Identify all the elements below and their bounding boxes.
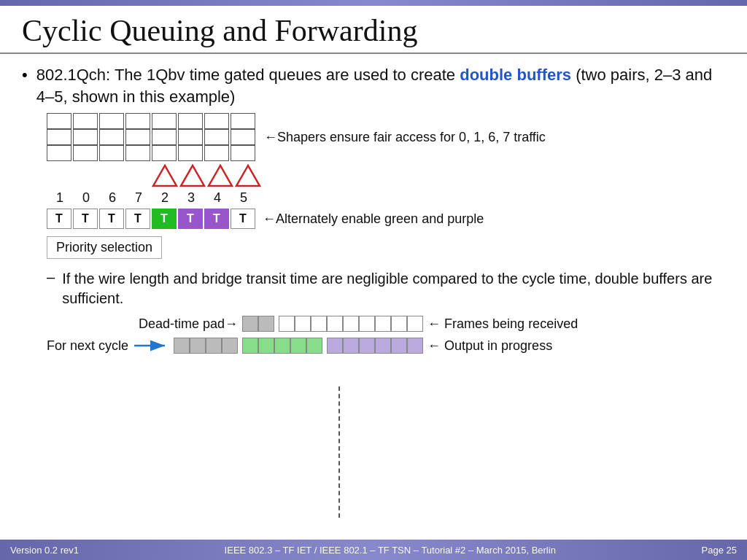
nc-purple-cell [359, 338, 375, 354]
frames-label: ← Frames being received [427, 316, 578, 332]
bullet-highlight: double buffers [460, 66, 571, 84]
grid-col-4 [125, 113, 150, 161]
bullet-text: 802.1Qch: The 1Qbv time gated queues are… [36, 64, 725, 107]
svg-marker-2 [209, 166, 232, 186]
next-cycle-green-cells [242, 338, 322, 354]
triangles-svg [152, 164, 263, 189]
nc-gray-cell [206, 338, 222, 354]
grid-cell [231, 129, 255, 145]
col-label-7: 4 [204, 190, 231, 206]
grid-cell [125, 129, 150, 145]
grid-cell [204, 113, 229, 129]
grid-col-2 [73, 113, 98, 161]
grid-cell [73, 145, 98, 161]
footer-page: Page 25 [702, 545, 737, 556]
nc-gray-cell [190, 338, 206, 354]
svg-marker-0 [153, 166, 177, 186]
col-label-6: 3 [178, 190, 204, 206]
grid-cell [152, 113, 177, 129]
next-cycle-arrow [133, 338, 169, 353]
frame-cell [343, 316, 359, 332]
grid-cell [152, 145, 177, 161]
next-cycle-purple-cells [327, 338, 423, 354]
grid-cell [152, 129, 177, 145]
grid-col-5 [152, 113, 177, 161]
grid-cell [125, 113, 150, 129]
t-box-3: T [99, 209, 124, 229]
nc-green-cell [242, 338, 258, 354]
t-box-7: T [204, 209, 229, 229]
dead-time-cell-gray2 [258, 316, 274, 332]
nc-purple-cell [391, 338, 407, 354]
t-box-8: T [231, 209, 255, 229]
nc-purple-cell [375, 338, 391, 354]
dead-time-label: Dead-time pad→ [139, 316, 238, 332]
grid-col-8 [231, 113, 255, 161]
header-bar [0, 0, 747, 6]
col-label-3: 6 [99, 190, 125, 206]
footer-version: Version 0.2 rev1 [10, 545, 79, 556]
slide-title: Cyclic Queuing and Forwarding [22, 13, 725, 48]
grid-col-1 [47, 113, 71, 161]
grid-cell [73, 113, 98, 129]
t-box-6: T [178, 209, 203, 229]
sub-text: If the wire length and bridge transit ti… [62, 269, 725, 308]
grid-cell [178, 129, 203, 145]
col-labels: 1 0 6 7 2 3 4 5 [47, 190, 725, 206]
t-box-4: T [125, 209, 150, 229]
grid-cell [99, 113, 124, 129]
nc-purple-cell [343, 338, 359, 354]
priority-selection-wrapper: Priority selection [47, 233, 725, 259]
nc-green-cell [290, 338, 306, 354]
grid-cell [204, 145, 229, 161]
nc-green-cell [306, 338, 322, 354]
frame-cell [375, 316, 391, 332]
triangles-area [47, 164, 725, 189]
svg-marker-3 [236, 166, 260, 186]
main-content: • 802.1Qch: The 1Qbv time gated queues a… [0, 54, 747, 354]
nc-purple-cell [407, 338, 423, 354]
next-cycle-row: For next cycle [47, 338, 725, 354]
diagram-area: ←Shapers ensure fair access for 0, 1, 6,… [47, 113, 725, 259]
grid-cell [73, 129, 98, 145]
grid-col-6 [178, 113, 203, 161]
footer-center: IEEE 802.3 – TF IET / IEEE 802.1 – TF TS… [225, 545, 556, 556]
grid-cell [178, 145, 203, 161]
svg-marker-1 [181, 166, 204, 186]
grid-cell [47, 113, 71, 129]
output-in-progress-label: ← Output in progress [427, 338, 552, 354]
bullet-dot: • [22, 66, 28, 85]
dead-time-cells [242, 316, 274, 332]
grid-cell [47, 129, 71, 145]
col-label-2: 0 [73, 190, 99, 206]
frame-cell [311, 316, 327, 332]
next-cycle-label: For next cycle [47, 338, 128, 354]
grid-cell [47, 145, 71, 161]
nc-purple-cell [327, 338, 343, 354]
frames-cells [279, 316, 423, 332]
footer: Version 0.2 rev1 IEEE 802.3 – TF IET / I… [0, 540, 747, 560]
grid-columns: ←Shapers ensure fair access for 0, 1, 6,… [47, 113, 725, 161]
priority-selection-label: Priority selection [56, 240, 152, 254]
bullet-point: • 802.1Qch: The 1Qbv time gated queues a… [22, 64, 725, 107]
t-box-5: T [152, 209, 177, 229]
grid-cell [125, 145, 150, 161]
frame-cell [327, 316, 343, 332]
col-label-1: 1 [47, 190, 73, 206]
t-boxes-row: T T T T T T T T ←Alternately enable gree… [47, 209, 725, 229]
grid-cell [204, 129, 229, 145]
t-box-1: T [47, 209, 71, 229]
frame-cell [359, 316, 375, 332]
shaper-label: ←Shapers ensure fair access for 0, 1, 6,… [264, 130, 546, 145]
nc-green-cell [274, 338, 290, 354]
dead-time-cell-gray [242, 316, 258, 332]
grid-col-3 [99, 113, 124, 161]
col-label-4: 7 [125, 190, 152, 206]
frame-cell [279, 316, 295, 332]
title-area: Cyclic Queuing and Forwarding [0, 6, 747, 54]
nc-gray-cell [174, 338, 190, 354]
frame-cell [407, 316, 423, 332]
frame-cell [391, 316, 407, 332]
col-label-8: 5 [231, 190, 257, 206]
col-label-5: 2 [152, 190, 178, 206]
